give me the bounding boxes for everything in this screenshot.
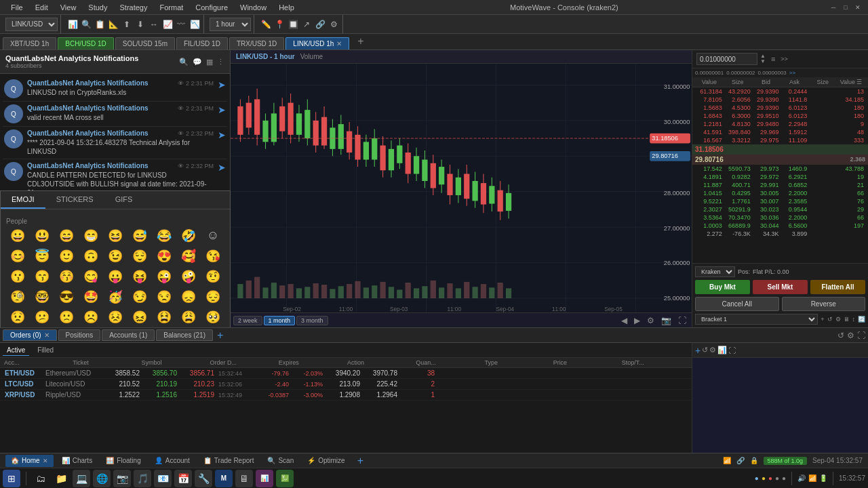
status-tab-floating[interactable]: 🪟 Floating: [100, 455, 146, 467]
orders-tab-close[interactable]: ✕: [44, 331, 50, 339]
minimize-button[interactable]: ─: [829, 3, 838, 12]
menu-help[interactable]: Help: [273, 2, 300, 13]
menu-view[interactable]: View: [55, 2, 82, 13]
cancel-all-button[interactable]: Cancel All: [695, 297, 779, 311]
tab-fil[interactable]: FIL/USD 1D: [176, 37, 228, 49]
taskbar-browser[interactable]: 🌐: [93, 470, 111, 487]
emoji-item-40[interactable]: 😣: [104, 308, 127, 327]
symbol-row-ltc[interactable]: LTC/USD Litecoin/USD 210.52 210.19 210.2…: [0, 379, 692, 390]
orders-expand-icon[interactable]: ⛶: [857, 331, 865, 340]
emoji-item-14[interactable]: 😌: [128, 247, 151, 266]
symbol-select[interactable]: LINK/USD: [5, 18, 58, 31]
tray-app-1[interactable]: 🔊: [797, 474, 806, 482]
filter-filled[interactable]: Filled: [33, 345, 58, 355]
forward-btn-1[interactable]: ➤: [218, 104, 226, 123]
orders-tab-positions[interactable]: Positions: [58, 329, 101, 341]
tab-bch[interactable]: BCH/USD 1D: [58, 37, 114, 49]
taskbar-start[interactable]: ⊞: [3, 470, 20, 487]
orders-right-settings-icon[interactable]: ⚙: [709, 346, 716, 354]
orders-refresh-icon[interactable]: ↺: [837, 331, 844, 340]
bracket-icon-4[interactable]: 🖥: [844, 316, 850, 323]
order-price-down[interactable]: ▼: [760, 59, 766, 64]
emoji-item-2[interactable]: 😄: [55, 226, 78, 245]
emoji-item-19[interactable]: 😙: [31, 267, 54, 286]
chat-icon[interactable]: 💬: [193, 58, 202, 66]
taskbar-camera[interactable]: 📷: [113, 470, 131, 487]
emoji-item-25[interactable]: 🤪: [177, 267, 200, 286]
tool-icon-1[interactable]: 📊: [66, 18, 79, 30]
bracket-icon-5[interactable]: ↕: [852, 316, 856, 323]
emoji-item-10[interactable]: 😇: [31, 247, 54, 266]
emoji-item-33[interactable]: 😒: [153, 287, 176, 306]
emoji-item-36[interactable]: 😟: [6, 308, 29, 327]
settings-icon-order[interactable]: ≡: [771, 55, 775, 63]
status-tab-charts[interactable]: 📊 Charts: [56, 455, 98, 467]
orders-right-chart-icon[interactable]: 📊: [717, 346, 727, 354]
emoji-item-26[interactable]: 🤨: [201, 267, 224, 286]
draw-icon-3[interactable]: 🔲: [287, 18, 299, 30]
emoji-item-29[interactable]: 😎: [55, 287, 78, 306]
timeframe-3month[interactable]: 3 month: [296, 316, 328, 325]
taskbar-filemanager[interactable]: 🗂: [32, 470, 50, 487]
emoji-item-12[interactable]: 🙃: [79, 247, 102, 266]
emoji-item-34[interactable]: 😞: [177, 287, 200, 306]
menu-configure[interactable]: Configure: [190, 2, 233, 13]
tool-icon-2[interactable]: 🔍: [80, 18, 92, 30]
orders-add-tab[interactable]: +: [217, 329, 223, 342]
taskbar-terminal[interactable]: 💻: [73, 470, 90, 487]
emoji-item-1[interactable]: 😃: [31, 226, 54, 245]
tab-link-close[interactable]: ✕: [336, 40, 342, 47]
expand-icon[interactable]: >>: [789, 70, 795, 76]
taskbar-email[interactable]: 📧: [154, 470, 172, 487]
emoji-item-41[interactable]: 😖: [128, 308, 151, 327]
orders-right-refresh-icon[interactable]: ↺: [702, 346, 708, 354]
emoji-item-32[interactable]: 😏: [128, 287, 151, 306]
grid-icon[interactable]: ▦: [206, 58, 213, 66]
status-tab-optimize[interactable]: ⚡ Optimize: [302, 455, 350, 467]
draw-icon-5[interactable]: 🔗: [314, 18, 326, 30]
bracket-icon-3[interactable]: ⚙: [835, 316, 841, 323]
bracket-icon-1[interactable]: +: [821, 316, 824, 323]
sell-market-button[interactable]: Sell Mkt: [753, 280, 808, 294]
forward-btn-0[interactable]: ➤: [218, 79, 226, 98]
emoji-item-18[interactable]: 😗: [6, 267, 29, 286]
emoji-item-39[interactable]: ☹️: [79, 308, 102, 327]
tab-sol[interactable]: SOL/USD 15m: [115, 37, 175, 49]
tool-icon-6[interactable]: ⬇: [134, 18, 146, 30]
taskbar-app2[interactable]: 📊: [256, 470, 273, 487]
tool-icon-8[interactable]: 📈: [161, 18, 174, 30]
symbol-row-xrp[interactable]: XRP/USD Ripple/USD 1.2522 1.2516 1.2519 …: [0, 390, 692, 401]
status-tab-account[interactable]: 👤 Account: [149, 455, 195, 467]
filter-active[interactable]: Active: [3, 345, 29, 356]
emoji-item-37[interactable]: 😕: [31, 308, 54, 327]
emoji-item-0[interactable]: 😀: [6, 226, 29, 245]
tray-app-3[interactable]: 🔋: [819, 474, 827, 482]
emoji-item-13[interactable]: 😉: [104, 247, 127, 266]
draw-icon-4[interactable]: ↗: [300, 18, 313, 30]
home-close[interactable]: ✕: [43, 458, 48, 464]
taskbar-app1[interactable]: 🖥: [235, 470, 253, 487]
taskbar-motivewave[interactable]: M: [215, 470, 233, 487]
timeframe-1month[interactable]: 1 month: [264, 316, 296, 325]
taskbar-app3[interactable]: 💹: [276, 470, 294, 487]
symbol-row-eth[interactable]: ETH/USD Ethereum/USD 3858.52 3856.70 385…: [0, 368, 692, 379]
taskbar-calendar[interactable]: 📅: [174, 470, 192, 487]
orders-tab-balances[interactable]: Balances (21): [156, 329, 213, 341]
emoji-item-7[interactable]: 🤣: [177, 226, 200, 245]
close-button[interactable]: ✕: [853, 3, 863, 12]
menu-strategy[interactable]: Strategy: [115, 2, 153, 13]
emoji-tab-gifs[interactable]: GIFS: [104, 191, 144, 209]
status-tab-tradereport[interactable]: 📋 Trade Report: [198, 455, 260, 467]
menu-format[interactable]: Format: [154, 2, 189, 13]
tool-icon-5[interactable]: ⬆: [121, 18, 133, 30]
emoji-item-4[interactable]: 😆: [104, 226, 127, 245]
emoji-tab-stickers[interactable]: STICKERS: [45, 191, 104, 209]
emoji-item-15[interactable]: 😍: [153, 247, 176, 266]
tool-icon-10[interactable]: 📉: [189, 18, 201, 30]
tool-icon-3[interactable]: 📋: [94, 18, 106, 30]
timeframe-select[interactable]: 1 hour 15 min 1 day: [210, 18, 251, 31]
tab-add[interactable]: +: [351, 33, 370, 49]
order-price-input[interactable]: [696, 53, 757, 65]
status-add-tab[interactable]: +: [353, 455, 368, 467]
chart-fullscreen-icon[interactable]: ⛶: [675, 316, 689, 325]
